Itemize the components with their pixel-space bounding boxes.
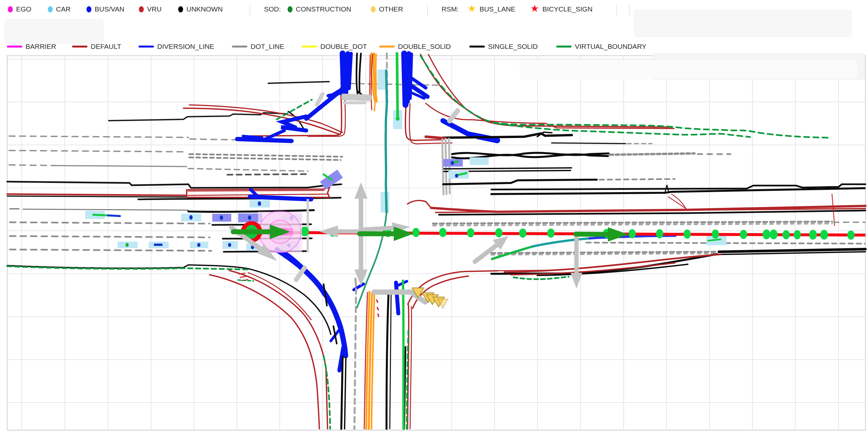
- app-window: EGOCARBUS/VANVRUUNKNOWN SOD: CONSTRUCTIO…: [0, 0, 868, 439]
- bev-map-canvas[interactable]: [0, 0, 868, 439]
